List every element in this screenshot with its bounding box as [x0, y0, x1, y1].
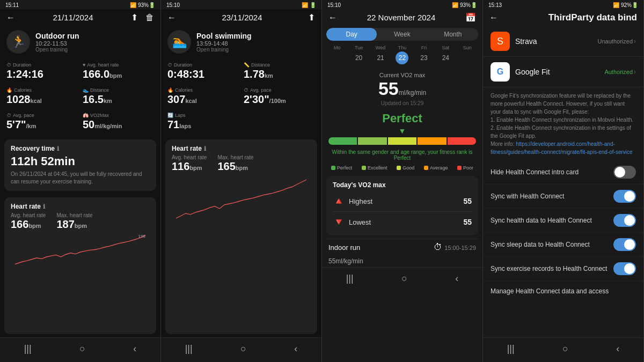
- legend-poor: Poor: [457, 165, 473, 171]
- strava-row[interactable]: S Strava Unauthorized ›: [483, 26, 643, 57]
- nav-menu-2[interactable]: |||: [185, 343, 193, 354]
- toggle-sync-exercise-switch[interactable]: [613, 262, 636, 275]
- cal-col-tue: Tue 20: [348, 45, 369, 65]
- toggle-hide-intro-switch[interactable]: [613, 166, 636, 179]
- time-1: 15:11: [5, 2, 19, 8]
- back-icon-1[interactable]: ←: [6, 13, 15, 23]
- header-1: ← 21/11/2024 ⬆ 🗑: [0, 9, 160, 26]
- nav-back-1[interactable]: ‹: [133, 343, 136, 354]
- nav-back-4[interactable]: ‹: [616, 343, 619, 354]
- workout-icon-1: 🏃: [6, 30, 30, 54]
- time-3: 15:10: [327, 2, 341, 8]
- stats-grid-2: ⏱ Duration 0:48:31 📏 Distance 1.78km 🔥 C…: [161, 57, 321, 136]
- pace-value: 5'7"/km: [6, 118, 78, 131]
- header-actions-1: ⬆ 🗑: [131, 12, 154, 23]
- nav-home-1[interactable]: ○: [79, 343, 85, 354]
- gfit-name: Google Fit: [515, 68, 550, 76]
- gfit-info-text: Google Fit's synchronization feature wil…: [483, 87, 643, 160]
- vo2-current: Current VO2 max 55ml/kg/min Updated on 1…: [322, 68, 482, 108]
- distance-value-2: 1.78km: [244, 68, 315, 80]
- info-icon-recovery[interactable]: ℹ: [57, 145, 59, 152]
- laps-icon: 🔄: [167, 113, 173, 118]
- back-icon-4[interactable]: ←: [489, 13, 498, 23]
- nav-home-2[interactable]: ○: [240, 343, 246, 354]
- legend-perfect: Perfect: [331, 165, 353, 171]
- recovery-value: 112h 52min: [11, 154, 150, 168]
- nav-menu-4[interactable]: |||: [507, 343, 515, 354]
- cal-col-sun: Sun: [457, 45, 478, 65]
- nav-back-3[interactable]: ‹: [455, 273, 458, 284]
- stat-calories: 🔥 Calories 1028kcal: [4, 84, 80, 109]
- nav-menu-3[interactable]: |||: [346, 273, 354, 284]
- indoor-run-value: 55ml/kg/min: [322, 255, 482, 267]
- vo2-current-label: Current VO2 max: [328, 72, 476, 78]
- info-icon-heart-2[interactable]: ℹ: [204, 145, 206, 152]
- fitness-rank-label: Perfect: [322, 108, 482, 127]
- share-icon-1[interactable]: ⬆: [131, 12, 138, 23]
- tab-day[interactable]: Day: [326, 28, 377, 41]
- vo2-icon: 🫁: [83, 113, 89, 118]
- workout-time-2: 13:59-14:48: [196, 40, 252, 47]
- toggle-sync-exercise: Sync exercise records to Health Connect: [483, 257, 643, 281]
- vo2-current-value: 55ml/kg/min: [328, 78, 476, 99]
- workout-time-1: 10:22-11:53: [35, 40, 79, 47]
- avg-heart-val-1: 166bpm: [11, 218, 46, 231]
- heart-rate-card-1: Heart rate ℹ Avg. heart rate 166bpm Max.…: [4, 197, 156, 334]
- back-icon-3[interactable]: ←: [328, 13, 337, 23]
- indoor-run-time-box: ⏱ 15:00-15:29: [434, 242, 476, 252]
- info-icon-heart[interactable]: ℹ: [43, 203, 45, 210]
- strava-logo: S: [491, 32, 510, 51]
- toggle-sync-health-data-label: Sync health data to Health Connect: [491, 217, 613, 224]
- back-icon-2[interactable]: ←: [167, 13, 176, 23]
- gauge-bar: [328, 137, 476, 145]
- panel-thirdparty: 15:13 📶 92%🔋 ← ThirdParty data bind S St…: [483, 0, 644, 362]
- tab-month[interactable]: Month: [428, 28, 478, 41]
- nav-home-4[interactable]: ○: [562, 343, 568, 354]
- heart-stats-1: Avg. heart rate 166bpm Max. heart rate 1…: [11, 212, 150, 231]
- time-4: 15:13: [488, 2, 502, 8]
- strava-status-row: Unauthorized ›: [598, 38, 636, 45]
- vo2-updated: Updated on 15:29: [328, 100, 476, 106]
- distance-value: 16.5km: [83, 93, 154, 106]
- time-2: 15:10: [166, 2, 180, 8]
- manage-row[interactable]: Manage Health Connect data and access: [483, 281, 643, 301]
- calendar-icon[interactable]: 📅: [465, 12, 476, 23]
- nav-menu-1[interactable]: |||: [24, 343, 32, 354]
- max-heart-1: Max. heart rate 187bpm: [56, 212, 92, 231]
- gauge-seg-poor: [448, 137, 476, 145]
- stat-duration-2: ⏱ Duration 0:48:31: [165, 59, 241, 84]
- clock-icon: ⏱: [6, 62, 11, 68]
- gfit-row[interactable]: G Google Fit Authorized ›: [483, 57, 643, 87]
- legend-average: Average: [424, 165, 448, 171]
- cal-col-wed: Wed 21: [370, 45, 391, 65]
- share-icon-2[interactable]: ⬆: [308, 12, 315, 23]
- health-connect-link[interactable]: https://developer.android.com/health-and…: [491, 141, 633, 155]
- cal-col-thu[interactable]: Thu 22: [391, 45, 413, 65]
- toggle-sync-sleep-switch[interactable]: [613, 238, 636, 251]
- recovery-card: Recovery time ℹ 112h 52min On 26/11/2024…: [4, 139, 156, 191]
- delete-icon-1[interactable]: 🗑: [145, 13, 154, 23]
- workout-info-2: 🏊 Pool swimming 13:59-14:48 Open trainin…: [161, 26, 321, 57]
- cal-col-fri: Fri 23: [413, 45, 435, 65]
- stats-grid-1: ⏱ Duration 1:24:16 ♥ Avg. heart rate 166…: [0, 57, 160, 136]
- nav-bar-4: ||| ○ ‹: [483, 337, 643, 362]
- status-icons-4: 📶 92%🔋: [613, 2, 638, 8]
- laps-value: 71laps: [167, 118, 239, 131]
- legend-good: Good: [397, 165, 414, 171]
- status-bar-1: 15:11 📶 93%🔋: [0, 0, 160, 9]
- workout-name-1: Outdoor run: [35, 32, 79, 40]
- highest-icon: 🔺: [333, 195, 345, 207]
- svg-text:198: 198: [138, 234, 146, 239]
- indoor-run-time: 15:00-15:29: [444, 245, 476, 251]
- highest-value: 55: [463, 197, 472, 205]
- nav-back-2[interactable]: ‹: [294, 343, 297, 354]
- gauge-seg-perfect: [328, 137, 357, 145]
- nav-home-3[interactable]: ○: [401, 273, 407, 284]
- pace-icon: ⏱: [6, 113, 11, 118]
- toggle-sync-hc-switch[interactable]: [613, 190, 636, 203]
- cal-icon-2: 🔥: [167, 87, 173, 93]
- toggle-sync-health-data-switch[interactable]: [613, 214, 636, 227]
- stat-calories-2: 🔥 Calories 307kcal: [165, 84, 241, 109]
- recovery-title: Recovery time ℹ: [11, 145, 150, 152]
- tab-week[interactable]: Week: [377, 28, 427, 41]
